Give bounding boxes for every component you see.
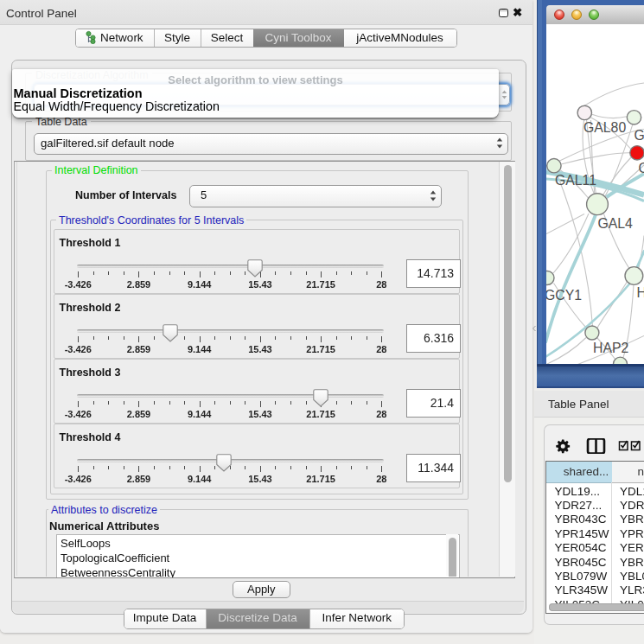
svg-text:HAP2: HAP2 [593,340,628,354]
svg-text:GA: GA [634,127,644,142]
svg-text:GAL80: GAL80 [583,119,626,134]
svg-text:C.: C. [639,161,644,175]
svg-text:GCY1: GCY1 [546,287,582,302]
svg-text:GAL11: GAL11 [555,172,596,187]
svg-text:GAL4: GAL4 [598,215,634,230]
svg-text:H: H [637,284,644,299]
